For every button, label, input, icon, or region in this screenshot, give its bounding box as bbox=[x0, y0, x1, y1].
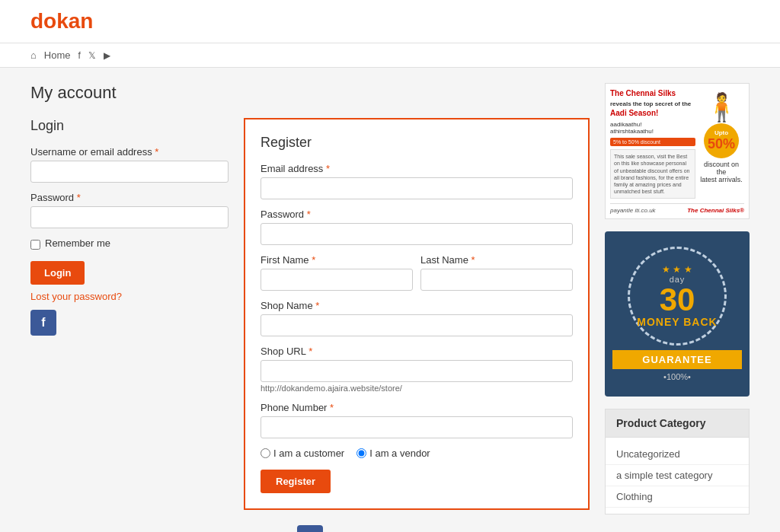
register-section: Register Email address * Password * Firs… bbox=[244, 118, 590, 510]
shop-name-input[interactable] bbox=[261, 314, 573, 336]
facebook-login-button[interactable]: f bbox=[30, 310, 56, 336]
vendor-radio[interactable] bbox=[356, 448, 366, 458]
reg-password-input[interactable] bbox=[261, 223, 573, 245]
username-input[interactable] bbox=[30, 161, 229, 183]
last-name-label: Last Name * bbox=[420, 254, 573, 266]
shop-url-input[interactable] bbox=[261, 360, 573, 382]
first-name-label: First Name * bbox=[261, 254, 413, 266]
name-row: First Name * Last Name * bbox=[261, 254, 573, 300]
remember-me-checkbox[interactable] bbox=[30, 240, 40, 250]
logo: dokan bbox=[30, 9, 750, 33]
home-link[interactable]: Home bbox=[44, 49, 71, 61]
product-category-list: Uncategorized a simple test category Clo… bbox=[606, 438, 749, 514]
login-title: Login bbox=[30, 118, 229, 134]
guarantee-money-back: MONEY BACK bbox=[637, 316, 717, 328]
password-label: Password * bbox=[30, 192, 229, 203]
remember-row: Remember me bbox=[30, 237, 229, 252]
bottom-facebook-area: f bbox=[30, 518, 590, 532]
guarantee-ad: ★ ★ ★ day 30 MONEY BACK GUARANTEE •100%• bbox=[605, 231, 750, 397]
radio-row: I am a customer I am a vendor bbox=[261, 448, 573, 459]
sidebar: The Chennai Silks reveals the top secret… bbox=[605, 83, 750, 532]
first-name-group: First Name * bbox=[261, 254, 413, 300]
home-icon: ⌂ bbox=[30, 49, 37, 61]
guarantee-percent: •100%• bbox=[612, 372, 742, 381]
youtube-nav-link[interactable]: ▶ bbox=[104, 50, 110, 61]
shop-url-label: Shop URL * bbox=[261, 346, 573, 357]
guarantee-ribbon: GUARANTEE bbox=[612, 350, 742, 369]
facebook-icon: f bbox=[41, 316, 45, 330]
remember-me-label: Remember me bbox=[45, 237, 110, 249]
register-title: Register bbox=[261, 135, 573, 151]
content-area: My account Login Username or email addre… bbox=[30, 83, 590, 532]
header: dokan bbox=[0, 0, 780, 43]
last-name-group: Last Name * bbox=[420, 254, 573, 300]
logo-rest: okan bbox=[43, 9, 93, 33]
customer-radio-label[interactable]: I am a customer bbox=[261, 448, 344, 459]
facebook-nav-link[interactable]: f bbox=[78, 50, 81, 61]
register-button[interactable]: Register bbox=[261, 470, 331, 493]
logo-d: d bbox=[30, 9, 43, 33]
first-name-input[interactable] bbox=[261, 269, 413, 291]
guarantee-circle: ★ ★ ★ day 30 MONEY BACK bbox=[628, 247, 727, 346]
stars: ★ ★ ★ bbox=[662, 264, 692, 275]
product-category-title: Product Category bbox=[606, 409, 749, 438]
forms-row: Login Username or email address * Passwo… bbox=[30, 118, 590, 510]
login-button[interactable]: Login bbox=[30, 261, 85, 285]
guarantee-number: 30 bbox=[660, 284, 695, 316]
twitter-nav-link[interactable]: 𝕏 bbox=[88, 50, 96, 61]
username-label: Username or email address * bbox=[30, 146, 229, 158]
vendor-radio-label[interactable]: I am a vendor bbox=[356, 448, 430, 459]
lost-password-link[interactable]: Lost your password? bbox=[30, 291, 229, 302]
reg-password-label: Password * bbox=[261, 209, 573, 220]
shop-name-label: Shop Name * bbox=[261, 300, 573, 311]
phone-input[interactable] bbox=[261, 416, 573, 438]
last-name-input[interactable] bbox=[420, 269, 573, 291]
category-item-simple-test[interactable]: a simple test category bbox=[606, 465, 749, 486]
chennai-ad: The Chennai Silks reveals the top secret… bbox=[605, 83, 750, 219]
person-image: 🧍 bbox=[705, 91, 739, 123]
email-input[interactable] bbox=[261, 177, 573, 199]
facebook-register-button[interactable]: f bbox=[297, 525, 323, 532]
main-container: My account Login Username or email addre… bbox=[0, 68, 780, 532]
login-section: Login Username or email address * Passwo… bbox=[30, 118, 229, 510]
email-label: Email address * bbox=[261, 163, 573, 174]
category-item-clothing[interactable]: Clothing bbox=[606, 486, 749, 508]
nav-bar: ⌂ Home f 𝕏 ▶ bbox=[0, 43, 780, 68]
product-category-widget: Product Category Uncategorized a simple … bbox=[605, 409, 750, 514]
customer-radio[interactable] bbox=[261, 448, 270, 458]
shop-url-hint: http://dokandemo.ajaira.website/store/ bbox=[261, 384, 573, 393]
phone-label: Phone Number * bbox=[261, 402, 573, 413]
ad-headline: The Chennai Silks reveals the top secret… bbox=[610, 88, 695, 118]
page-title: My account bbox=[30, 83, 590, 103]
category-item-uncategorized[interactable]: Uncategorized bbox=[606, 444, 749, 465]
password-input[interactable] bbox=[30, 206, 229, 228]
